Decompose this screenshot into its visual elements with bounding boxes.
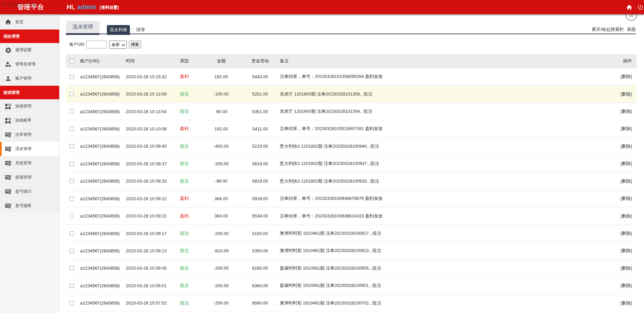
cell-amount: 384.00 bbox=[193, 196, 249, 201]
cell-balance: 5411.00 bbox=[249, 126, 271, 131]
report-icon bbox=[5, 146, 12, 152]
delete-link[interactable]: [删除] bbox=[621, 74, 632, 79]
col-amount: 金额 bbox=[193, 58, 249, 64]
cell-account: a1234567(2643858) bbox=[80, 179, 126, 184]
cell-remark: 新濠时时彩 1910061期 注单20230328100905...投注 bbox=[271, 265, 606, 271]
cell-type: 投注 bbox=[175, 230, 193, 236]
cell-amount: -200.00 bbox=[193, 300, 249, 306]
table-row: a1234567(2643858)2023-03-28 10:09:40投注-4… bbox=[66, 138, 637, 155]
corner-watermark: myppp.top bbox=[1, 0, 37, 7]
delete-link[interactable]: [删除] bbox=[621, 231, 632, 236]
cell-amount: 192.00 bbox=[193, 74, 249, 79]
sidebar-item-流水管理[interactable]: 流水管理 bbox=[0, 142, 59, 156]
row-checkbox[interactable] bbox=[70, 75, 74, 79]
sidebar-item-盈亏报表[interactable]: 盈亏报表 bbox=[0, 199, 59, 213]
cell-type: 投注 bbox=[175, 300, 193, 306]
delete-link[interactable]: [删除] bbox=[621, 213, 632, 218]
cell-type: 投注 bbox=[175, 108, 193, 114]
table-row: a1234567(2643858)2023-03-28 10:13:58投注-1… bbox=[66, 85, 637, 103]
flow-table: 账户(UID) 时间 类型 金额 资金变动 备注 操作 a1234567(264… bbox=[66, 54, 637, 312]
sidebar-item-管理员管理[interactable]: 管理员管理 bbox=[0, 57, 59, 71]
row-checkbox[interactable] bbox=[70, 144, 74, 148]
cell-balance: 5619.00 bbox=[249, 161, 271, 166]
sidebar-item-盈亏统计[interactable]: 盈亏统计 bbox=[0, 185, 59, 199]
cell-balance: 5150.00 bbox=[249, 231, 271, 236]
delete-link[interactable]: [删除] bbox=[621, 248, 632, 253]
delete-link[interactable]: [删除] bbox=[621, 91, 632, 97]
row-checkbox[interactable] bbox=[70, 196, 74, 201]
sidebar-item-首页[interactable]: 首页 bbox=[0, 15, 59, 29]
cell-amount: -99.00 bbox=[193, 179, 249, 184]
type-select[interactable]: 全部 bbox=[109, 41, 127, 49]
cell-account: a1234567(2643858) bbox=[80, 248, 126, 253]
sidebar-section-综合管理: 综合管理 bbox=[0, 29, 59, 43]
gear-icon bbox=[5, 47, 12, 54]
row-checkbox[interactable] bbox=[70, 284, 74, 288]
select-all-checkbox[interactable] bbox=[70, 59, 74, 63]
cell-amount: -200.00 bbox=[193, 266, 249, 271]
delete-link[interactable]: [删除] bbox=[621, 144, 632, 149]
power-icon[interactable] bbox=[637, 4, 644, 11]
sidebar-item-充值管理[interactable]: 充值管理 bbox=[0, 156, 59, 170]
profile-settings-link[interactable]: [资料设置] bbox=[100, 5, 119, 10]
cell-time: 2023-03-28 10:09:22 bbox=[126, 213, 175, 218]
sidebar-item-注单管理[interactable]: 注单管理 bbox=[0, 128, 59, 142]
cell-type: 投注 bbox=[175, 178, 193, 184]
row-checkbox[interactable] bbox=[70, 92, 74, 96]
sidebar-item-通用设置[interactable]: 通用设置 bbox=[0, 43, 59, 57]
cell-type: 投注 bbox=[175, 265, 193, 271]
delete-link[interactable]: [删除] bbox=[621, 179, 632, 184]
delete-link[interactable]: [删除] bbox=[621, 109, 632, 114]
cell-remark: 澳博时时彩 1910461期 注单20230328100702...投注 bbox=[271, 300, 606, 306]
search-button[interactable]: 搜索 bbox=[129, 41, 141, 48]
sidebar-item-提现管理[interactable]: 提现管理 bbox=[0, 170, 59, 185]
type-select-value: 全部 bbox=[112, 41, 120, 48]
search-bar: 账户UID 全部 搜索 bbox=[60, 35, 644, 54]
delete-link[interactable]: [删除] bbox=[621, 196, 632, 201]
row-checkbox[interactable] bbox=[70, 127, 74, 131]
delete-link[interactable]: [删除] bbox=[621, 266, 632, 271]
row-checkbox[interactable] bbox=[70, 179, 74, 183]
cell-time: 2023-03-28 10:09:40 bbox=[126, 144, 175, 149]
sidebar: 首页综合管理通用设置管理员管理账户管理游戏管理游戏管理游戏赔率注单管理流水管理充… bbox=[0, 14, 60, 313]
cell-account: a1234567(2643858) bbox=[80, 109, 126, 114]
cell-remark: 注单结算，单号：20230328100636624319 盈利发放 bbox=[271, 213, 606, 219]
cell-remark: 注单结算，单号：20230328101358095254 盈利发放 bbox=[271, 74, 606, 80]
row-checkbox[interactable] bbox=[70, 214, 74, 218]
row-checkbox[interactable] bbox=[70, 301, 74, 305]
top-header: 管理平台 Hi,admin[资料设置] bbox=[0, 0, 644, 14]
cell-account: a1234567(2643858) bbox=[80, 74, 126, 79]
cell-remark: 澳博时时彩 1910461期 注单20230328100917...投注 bbox=[271, 230, 606, 236]
delete-link[interactable]: [删除] bbox=[621, 161, 632, 166]
delete-link[interactable]: [删除] bbox=[621, 300, 632, 306]
cell-account: a1234567(2643858) bbox=[80, 266, 126, 271]
toggle-search-link[interactable]: 展开/收起搜索栏 bbox=[592, 25, 624, 34]
sidebar-item-游戏赔率[interactable]: 游戏赔率 bbox=[0, 113, 59, 128]
sidebar-item-账户管理[interactable]: 账户管理 bbox=[0, 71, 59, 86]
cell-type: 投注 bbox=[175, 283, 193, 289]
row-checkbox[interactable] bbox=[70, 231, 74, 236]
table-row: a1234567(2643858)2023-03-28 10:07:02投注-2… bbox=[66, 294, 637, 312]
row-checkbox[interactable] bbox=[70, 109, 74, 114]
sidebar-item-游戏管理[interactable]: 游戏管理 bbox=[0, 99, 59, 113]
delete-link[interactable]: [删除] bbox=[621, 283, 632, 288]
tab-flow-list[interactable]: 流水列表 bbox=[107, 25, 130, 35]
table-row: a1234567(2643858)2023-03-28 10:09:05投注-2… bbox=[66, 260, 637, 277]
search-label: 账户UID bbox=[69, 42, 85, 47]
user-icon bbox=[5, 75, 12, 82]
refresh-link[interactable]: 刷新 bbox=[627, 25, 636, 34]
cell-type: 投注 bbox=[175, 248, 193, 254]
home-icon[interactable] bbox=[626, 4, 632, 11]
cell-amount: -400.00 bbox=[193, 144, 249, 149]
account-uid-input[interactable] bbox=[86, 41, 107, 48]
row-checkbox[interactable] bbox=[70, 162, 74, 166]
home-icon bbox=[5, 19, 12, 25]
tab-clean[interactable]: 清理 bbox=[136, 25, 145, 34]
cell-amount: -200.00 bbox=[193, 161, 249, 166]
delete-link[interactable]: [删除] bbox=[621, 126, 632, 131]
row-checkbox[interactable] bbox=[70, 249, 74, 253]
row-checkbox[interactable] bbox=[70, 266, 74, 270]
cell-remark: 注单结算，单号：20230328100515657391 盈利发放 bbox=[271, 126, 606, 132]
col-account: 账户(UID) bbox=[80, 58, 126, 64]
cell-balance: 6160.00 bbox=[249, 266, 271, 271]
